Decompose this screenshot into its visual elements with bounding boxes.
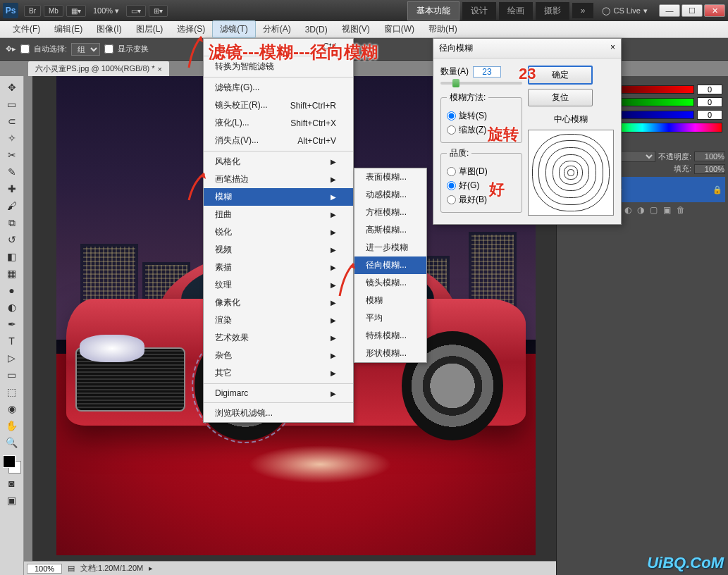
filter-last[interactable]: Ctrl [204, 39, 353, 54]
dialog-close-icon[interactable]: × [610, 42, 615, 54]
move-tool-icon[interactable]: ✥ [1, 79, 22, 96]
filter-gallery[interactable]: 滤镜库(G)... [204, 77, 353, 97]
menu-window[interactable]: 窗口(W) [377, 21, 421, 37]
stamp-tool-icon[interactable]: ⧉ [1, 214, 22, 231]
filter-browse[interactable]: 浏览联机滤镜... [204, 402, 353, 422]
group-icon[interactable]: ▢ [650, 205, 658, 215]
filter-stylize[interactable]: 风格化▶ [204, 151, 353, 171]
magicwand-tool-icon[interactable]: ✧ [1, 130, 22, 147]
shape-tool-icon[interactable]: ▭ [1, 366, 22, 383]
quickmask-icon[interactable]: ◙ [1, 475, 22, 492]
r-value[interactable] [697, 85, 722, 94]
blur-radial[interactable]: 径向模糊... [354, 256, 426, 274]
dialog-titlebar[interactable]: 径向模糊 × [433, 39, 621, 58]
healing-tool-icon[interactable]: ✚ [1, 180, 22, 197]
workspace-more[interactable]: » [572, 3, 594, 18]
adjustment-icon[interactable]: ◑ [637, 205, 644, 215]
screenmode-icon[interactable]: ▣ [1, 492, 22, 509]
hand-tool-icon[interactable]: ✋ [1, 417, 22, 434]
3d-tool-icon[interactable]: ⬚ [1, 383, 22, 400]
filter-smart[interactable]: 转换为智能滤镜 [204, 56, 353, 75]
screenmode-button[interactable]: ▦▾ [66, 5, 86, 17]
menu-select[interactable]: 选择(S) [170, 21, 212, 37]
amount-input[interactable] [473, 66, 501, 78]
history-brush-tool-icon[interactable]: ↺ [1, 231, 22, 248]
blur-center-preview[interactable] [528, 130, 614, 216]
best-radio[interactable] [447, 195, 456, 204]
menu-edit[interactable]: 编辑(E) [47, 21, 90, 37]
mask-icon[interactable]: ◐ [624, 205, 631, 215]
menu-help[interactable]: 帮助(H) [421, 21, 464, 37]
arrange-button[interactable]: ▭▾ [126, 5, 146, 17]
filter-render[interactable]: 渲染▶ [204, 311, 353, 329]
filter-brush[interactable]: 画笔描边▶ [204, 171, 353, 188]
autoselect-target[interactable]: 组 [71, 43, 100, 56]
menu-layer[interactable]: 图层(L) [129, 21, 171, 37]
blur-lens[interactable]: 镜头模糊... [354, 274, 426, 292]
pen-tool-icon[interactable]: ✒ [1, 316, 22, 333]
zoom-level[interactable]: 100% ▾ [93, 6, 119, 16]
gradient-tool-icon[interactable]: ▦ [1, 265, 22, 282]
status-nav-icon[interactable]: ▤ [68, 564, 75, 573]
filter-distort[interactable]: 扭曲▶ [204, 206, 353, 223]
menu-analysis[interactable]: 分析(A) [256, 21, 298, 37]
brush-tool-icon[interactable]: 🖌 [1, 197, 22, 214]
amount-slider[interactable] [440, 82, 522, 85]
workspace-painting[interactable]: 绘画 [499, 2, 533, 20]
filter-liquify[interactable]: 液化(L)...Shift+Ctrl+X [204, 114, 353, 132]
tab-close-icon[interactable]: × [158, 65, 162, 73]
ok-button[interactable]: 确定 [528, 66, 593, 85]
filter-artistic[interactable]: 艺术效果▶ [204, 329, 353, 347]
menu-image[interactable]: 图像(I) [90, 21, 128, 37]
newlayer-icon[interactable]: ▣ [663, 205, 671, 215]
filter-pixelate[interactable]: 像素化▶ [204, 294, 353, 311]
zoom-tool-icon[interactable]: 🔍 [1, 434, 22, 451]
menu-3d[interactable]: 3D(D) [298, 23, 335, 37]
close-button[interactable]: ✕ [704, 4, 725, 17]
reset-button[interactable]: 复位 [528, 89, 593, 106]
status-zoom-input[interactable] [27, 564, 62, 574]
extras-button[interactable]: ⊞▾ [149, 5, 168, 17]
blur-motion[interactable]: 动感模糊... [354, 186, 426, 204]
eraser-tool-icon[interactable]: ◧ [1, 248, 22, 265]
workspace-photography[interactable]: 摄影 [536, 2, 569, 20]
zoom-radio[interactable] [447, 125, 456, 135]
eyedropper-tool-icon[interactable]: ✎ [1, 163, 22, 180]
fill-input[interactable] [694, 164, 725, 174]
maximize-button[interactable]: ☐ [681, 4, 703, 17]
3dcamera-tool-icon[interactable]: ◉ [1, 400, 22, 417]
filter-blur[interactable]: 模糊▶ [204, 188, 353, 206]
cslive-button[interactable]: ◯ CS Live ▾ [602, 6, 648, 16]
good-radio[interactable] [447, 181, 456, 190]
blur-further[interactable]: 进一步模糊 [354, 239, 426, 256]
opacity-input[interactable] [694, 152, 725, 161]
type-tool-icon[interactable]: T [1, 333, 22, 350]
blur-tool-icon[interactable]: ● [1, 282, 22, 299]
blur-gaussian[interactable]: 高斯模糊... [354, 221, 426, 239]
path-tool-icon[interactable]: ▷ [1, 350, 22, 366]
filter-sketch[interactable]: 素描▶ [204, 259, 353, 276]
filter-video[interactable]: 视频▶ [204, 241, 353, 259]
workspace-design[interactable]: 设计 [462, 2, 496, 20]
filter-lens[interactable]: 镜头校正(R)...Shift+Ctrl+R [204, 97, 353, 114]
foreground-swatch-icon[interactable] [3, 455, 16, 468]
workspace-essentials[interactable]: 基本功能 [407, 1, 459, 20]
blur-box[interactable]: 方框模糊... [354, 204, 426, 221]
lasso-tool-icon[interactable]: ⊂ [1, 113, 22, 130]
blur-special[interactable]: 特殊模糊... [354, 327, 426, 345]
bridge-button[interactable]: Br [24, 5, 41, 17]
showtransform-checkbox[interactable] [104, 44, 113, 54]
blur-shape[interactable]: 形状模糊... [354, 345, 426, 362]
trash-icon[interactable]: 🗑 [677, 205, 685, 215]
b-value[interactable] [697, 110, 722, 120]
minibridge-button[interactable]: Mb [44, 5, 63, 17]
spin-radio[interactable] [447, 111, 456, 120]
minimize-button[interactable]: — [659, 4, 680, 17]
dodge-tool-icon[interactable]: ◐ [1, 299, 22, 316]
document-tab[interactable]: 六小灵童PS.jpg @ 100%(RGB/8) * × [28, 61, 169, 76]
draft-radio[interactable] [447, 167, 456, 176]
menu-view[interactable]: 视图(V) [335, 21, 377, 37]
menu-filter[interactable]: 滤镜(T) [212, 20, 255, 38]
autoselect-checkbox[interactable] [20, 44, 30, 54]
marquee-tool-icon[interactable]: ▭ [1, 96, 22, 113]
